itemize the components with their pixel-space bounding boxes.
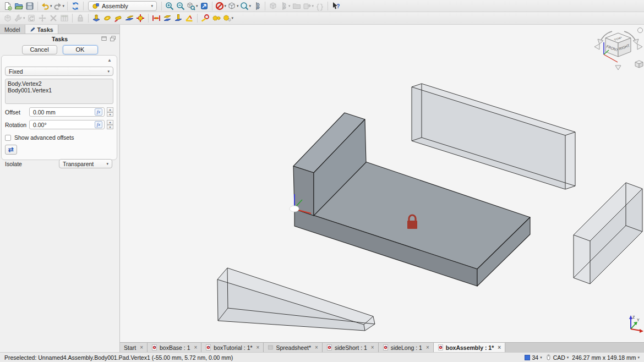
- create-joint-rack-pinion-button[interactable]: [200, 13, 211, 24]
- whats-this-button[interactable]: [330, 1, 341, 12]
- redo-button[interactable]: ▾: [53, 1, 66, 12]
- measure-linear-button[interactable]: ▾: [279, 1, 291, 12]
- tab-model[interactable]: Model: [0, 25, 25, 34]
- create-joint-planar-button[interactable]: [124, 13, 135, 24]
- expression-editor-button[interactable]: [314, 1, 325, 12]
- sync-view-button[interactable]: [199, 1, 210, 12]
- document-tab[interactable]: Start ×: [120, 343, 148, 352]
- create-joint-angle-button[interactable]: [184, 13, 195, 24]
- document-tab-label: sideShort : 1: [335, 344, 367, 351]
- close-tab-icon[interactable]: ×: [426, 344, 429, 350]
- offset-input[interactable]: 0.00 mm fx: [29, 107, 105, 117]
- axonometric-view-button[interactable]: ▾: [227, 1, 239, 12]
- close-tab-icon[interactable]: ×: [256, 344, 260, 350]
- document-tab-label: Spreadsheet*: [276, 344, 311, 351]
- create-joint-belt-button[interactable]: ▾: [222, 13, 234, 24]
- cancel-button[interactable]: Cancel: [22, 45, 57, 54]
- toolbar-separator: [67, 2, 68, 10]
- 3d-scene[interactable]: TOP FRONT RIGHT Z Y X: [120, 25, 644, 342]
- document-tab[interactable]: boxAssembly : 1* ×: [434, 343, 505, 352]
- zoom-out-button[interactable]: [175, 1, 186, 12]
- file-group-button[interactable]: [291, 1, 302, 12]
- create-joint-revolute-button[interactable]: [102, 13, 113, 24]
- insert-component-button[interactable]: [2, 13, 13, 24]
- joint-rack-pinion-icon: [201, 14, 210, 23]
- layer-indicator[interactable]: 34 ▾: [525, 354, 542, 361]
- create-joint-perpendicular-button[interactable]: [173, 13, 184, 24]
- toolbar-separator: [265, 2, 265, 10]
- stepper-down-icon[interactable]: ▼: [107, 112, 113, 117]
- expression-fx-button[interactable]: fx: [95, 108, 102, 116]
- dropdown-arrow-icon: ▾: [23, 16, 25, 20]
- joint-reference-item[interactable]: Body.Vertex2: [8, 80, 111, 87]
- transparent-box-bottom-left[interactable]: [217, 268, 375, 331]
- preselection-status-text: Preselected: Unnamed4.Assembly.Body001.P…: [4, 354, 233, 361]
- view-size-indicator[interactable]: 246.27 mm x 149.18 mm ▾: [572, 354, 640, 361]
- document-tab[interactable]: boxBase : 1 ×: [148, 343, 201, 352]
- joint-references-listbox[interactable]: Body.Vertex2Body001.Vertex1: [5, 79, 113, 104]
- transparent-box-top-right[interactable]: [412, 84, 575, 189]
- document-tab[interactable]: boxTutorial : 1* ×: [201, 343, 264, 352]
- save-document-button[interactable]: [24, 1, 35, 12]
- expression-fx-button[interactable]: fx: [95, 121, 102, 128]
- navigation-mini-cube-icon[interactable]: [635, 61, 643, 68]
- stepper-up-icon[interactable]: ▲: [107, 120, 113, 125]
- close-tab-icon[interactable]: ×: [140, 344, 143, 350]
- document-tab[interactable]: sideShort : 1 ×: [323, 343, 379, 352]
- dock-minimize-icon[interactable]: [101, 35, 107, 42]
- offset-stepper[interactable]: ▲▼: [107, 107, 113, 117]
- dock-float-icon[interactable]: [110, 35, 116, 42]
- refresh-button[interactable]: [70, 1, 81, 12]
- create-joint-parallel-button[interactable]: [162, 13, 173, 24]
- toggle-grounded-button[interactable]: [75, 13, 86, 24]
- navigation-cube[interactable]: TOP FRONT RIGHT: [594, 28, 643, 70]
- 3d-viewport[interactable]: TOP FRONT RIGHT Z Y X: [120, 25, 644, 352]
- bill-of-materials-button[interactable]: [59, 13, 70, 24]
- joint-revolute-icon: [103, 14, 112, 23]
- reverse-direction-button[interactable]: ⇄: [5, 145, 17, 155]
- move-component-button[interactable]: [37, 13, 48, 24]
- zoom-in-button[interactable]: [164, 1, 175, 12]
- rotation-input[interactable]: 0.00° fx: [29, 120, 105, 129]
- share-view-button[interactable]: ▾: [302, 1, 315, 12]
- workbench-selector[interactable]: Assembly ▾: [88, 1, 157, 11]
- create-joint-ball-button[interactable]: [135, 13, 146, 24]
- ok-button[interactable]: OK: [63, 45, 98, 54]
- draw-style-button[interactable]: ▾: [215, 1, 227, 12]
- joint-type-select[interactable]: Fixed ▾: [5, 67, 113, 76]
- status-bar: Preselected: Unnamed4.Assembly.Body001.P…: [0, 352, 644, 362]
- part-box-button[interactable]: [268, 1, 279, 12]
- close-tab-icon[interactable]: ×: [371, 344, 374, 350]
- fit-all-button[interactable]: ▾: [186, 1, 199, 12]
- solver-options-button[interactable]: ▾: [13, 13, 26, 24]
- remove-component-button[interactable]: [48, 13, 59, 24]
- update-assembly-button[interactable]: [26, 13, 37, 24]
- isolate-select[interactable]: Transparent ▾: [59, 159, 112, 168]
- new-document-button[interactable]: [2, 1, 13, 12]
- close-tab-icon[interactable]: ×: [194, 344, 197, 350]
- close-tab-icon[interactable]: ×: [315, 344, 318, 350]
- spreadsheet-document-icon: [268, 344, 274, 350]
- tab-tasks[interactable]: Tasks: [25, 25, 58, 34]
- create-joint-fixed-button[interactable]: [91, 13, 102, 24]
- create-joint-gears-button[interactable]: [211, 13, 222, 24]
- close-tab-icon[interactable]: ×: [498, 344, 501, 350]
- rotation-stepper[interactable]: ▲▼: [107, 120, 113, 129]
- joint-gears-icon: [212, 14, 221, 23]
- document-tab[interactable]: sideLong : 1 ×: [379, 343, 434, 352]
- navigation-style-selector[interactable]: CAD ▾: [545, 354, 569, 361]
- transparent-box-right[interactable]: [574, 183, 642, 284]
- measure-button[interactable]: [252, 1, 263, 12]
- joint-reference-item[interactable]: Body001.Vertex1: [8, 87, 111, 94]
- zoom-tools-button[interactable]: ▾: [239, 1, 252, 12]
- document-tab[interactable]: Spreadsheet* ×: [264, 343, 322, 352]
- create-joint-distance-button[interactable]: [151, 13, 162, 24]
- open-document-button[interactable]: [13, 1, 24, 12]
- collapse-section-icon[interactable]: ▲: [107, 58, 112, 63]
- advanced-offsets-checkbox[interactable]: [5, 135, 11, 141]
- create-joint-cylindrical-button[interactable]: [113, 13, 124, 24]
- stepper-up-icon[interactable]: ▲: [107, 107, 113, 112]
- rotation-label: Rotation: [5, 122, 27, 128]
- stepper-down-icon[interactable]: ▼: [107, 125, 113, 130]
- undo-button[interactable]: ▾: [40, 1, 53, 12]
